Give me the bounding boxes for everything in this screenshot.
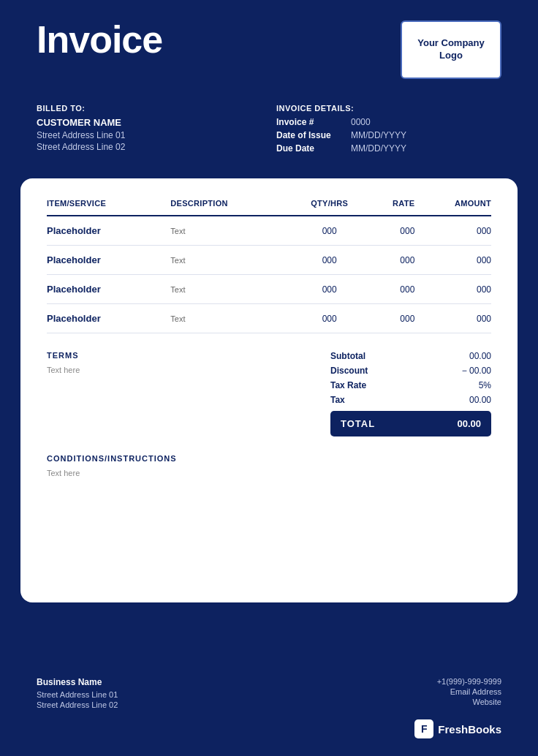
item-qty: 000 xyxy=(290,246,368,275)
discount-row: Discount − 00.00 xyxy=(330,366,491,376)
tax-label: Tax xyxy=(330,395,345,405)
footer-business-name: Business Name xyxy=(37,677,118,687)
item-amount: 000 xyxy=(414,275,491,304)
date-of-issue-row: Date of Issue MM/DD/YYYY xyxy=(276,130,501,140)
footer-left: Business Name Street Address Line 01 Str… xyxy=(37,677,118,711)
terms-text: Text here xyxy=(47,366,308,374)
tax-row: Tax 00.00 xyxy=(330,395,491,405)
item-rate: 000 xyxy=(368,216,414,246)
total-final-row: TOTAL 00.00 xyxy=(330,411,491,436)
col-item: ITEM/SERVICE xyxy=(47,199,170,216)
bottom-section: TERMS Text here Subtotal 00.00 Discount … xyxy=(47,351,491,436)
discount-value: − 00.00 xyxy=(451,366,491,376)
footer-phone: +1(999)-999-9999 xyxy=(437,677,501,686)
footer-address-line2: Street Address Line 02 xyxy=(37,700,118,709)
item-qty: 000 xyxy=(290,216,368,246)
total-final-label: TOTAL xyxy=(341,418,375,429)
total-final-value: 00.00 xyxy=(457,418,481,429)
item-rate: 000 xyxy=(368,246,414,275)
date-of-issue-label: Date of Issue xyxy=(276,130,342,140)
item-desc: Text xyxy=(170,304,290,333)
billed-to-label: BILLED TO: xyxy=(37,104,262,113)
col-desc: DESCRIPTION xyxy=(170,199,290,216)
item-qty: 000 xyxy=(290,304,368,333)
item-name: Placeholder xyxy=(47,216,170,246)
totals-section: Subtotal 00.00 Discount − 00.00 Tax Rate… xyxy=(330,351,491,436)
tax-rate-value: 5% xyxy=(451,380,491,390)
item-amount: 000 xyxy=(414,246,491,275)
terms-label: TERMS xyxy=(47,351,308,360)
due-date-row: Due Date MM/DD/YYYY xyxy=(276,143,501,154)
table-header-row: ITEM/SERVICE DESCRIPTION QTY/HRS RATE AM… xyxy=(47,199,491,216)
col-amount: AMOUNT xyxy=(414,199,491,216)
invoice-number-label: Invoice # xyxy=(276,117,342,127)
billing-section: BILLED TO: CUSTOMER NAME Street Address … xyxy=(0,97,538,178)
spacer xyxy=(0,602,538,657)
tax-rate-row: Tax Rate 5% xyxy=(330,380,491,390)
tax-value: 00.00 xyxy=(451,395,491,405)
table-row: Placeholder Text 000 000 000 xyxy=(47,246,491,275)
item-amount: 000 xyxy=(414,304,491,333)
table-row: Placeholder Text 000 000 000 xyxy=(47,275,491,304)
footer-right: +1(999)-999-9999 Email Address Website F… xyxy=(414,677,501,738)
invoice-title: Invoice xyxy=(37,20,162,58)
freshbooks-text: FreshBooks xyxy=(438,723,501,736)
item-qty: 000 xyxy=(290,275,368,304)
item-name: Placeholder xyxy=(47,275,170,304)
due-date-value: MM/DD/YYYY xyxy=(351,143,406,154)
invoice-table: ITEM/SERVICE DESCRIPTION QTY/HRS RATE AM… xyxy=(47,199,491,333)
discount-label: Discount xyxy=(330,366,368,376)
freshbooks-brand: F FreshBooks xyxy=(414,719,501,738)
item-desc: Text xyxy=(170,275,290,304)
subtotal-label: Subtotal xyxy=(330,351,365,361)
address-line2: Street Address Line 02 xyxy=(37,142,262,152)
col-rate: RATE xyxy=(368,199,414,216)
conditions-text: Text here xyxy=(47,469,491,477)
conditions-section: CONDITIONS/INSTRUCTIONS Text here xyxy=(47,454,491,477)
invoice-details-label: INVOICE DETAILS: xyxy=(276,104,501,113)
invoice-number-row: Invoice # 0000 xyxy=(276,117,501,127)
invoice-number-value: 0000 xyxy=(351,117,371,127)
tax-rate-label: Tax Rate xyxy=(330,380,366,390)
company-logo: Your Company Logo xyxy=(401,20,501,79)
due-date-label: Due Date xyxy=(276,143,342,154)
freshbooks-icon: F xyxy=(414,719,433,738)
invoice-page: Invoice Your Company Logo BILLED TO: CUS… xyxy=(0,0,538,756)
subtotal-value: 00.00 xyxy=(451,351,491,361)
item-rate: 000 xyxy=(368,304,414,333)
address-line1: Street Address Line 01 xyxy=(37,130,262,140)
terms-section: TERMS Text here xyxy=(47,351,308,436)
item-desc: Text xyxy=(170,216,290,246)
header: Invoice Your Company Logo xyxy=(0,0,538,97)
table-row: Placeholder Text 000 000 000 xyxy=(47,304,491,333)
item-amount: 000 xyxy=(414,216,491,246)
table-row: Placeholder Text 000 000 000 xyxy=(47,216,491,246)
col-qty: QTY/HRS xyxy=(290,199,368,216)
footer-address-line1: Street Address Line 01 xyxy=(37,690,118,699)
item-desc: Text xyxy=(170,246,290,275)
billed-to: BILLED TO: CUSTOMER NAME Street Address … xyxy=(37,104,262,156)
item-name: Placeholder xyxy=(47,246,170,275)
main-card: ITEM/SERVICE DESCRIPTION QTY/HRS RATE AM… xyxy=(20,178,518,602)
footer: Business Name Street Address Line 01 Str… xyxy=(0,657,538,756)
customer-name: CUSTOMER NAME xyxy=(37,117,262,128)
date-of-issue-value: MM/DD/YYYY xyxy=(351,130,406,140)
footer-website: Website xyxy=(472,698,501,706)
item-rate: 000 xyxy=(368,275,414,304)
subtotal-row: Subtotal 00.00 xyxy=(330,351,491,361)
conditions-label: CONDITIONS/INSTRUCTIONS xyxy=(47,454,491,463)
footer-email: Email Address xyxy=(450,687,501,696)
invoice-details: INVOICE DETAILS: Invoice # 0000 Date of … xyxy=(276,104,501,156)
item-name: Placeholder xyxy=(47,304,170,333)
